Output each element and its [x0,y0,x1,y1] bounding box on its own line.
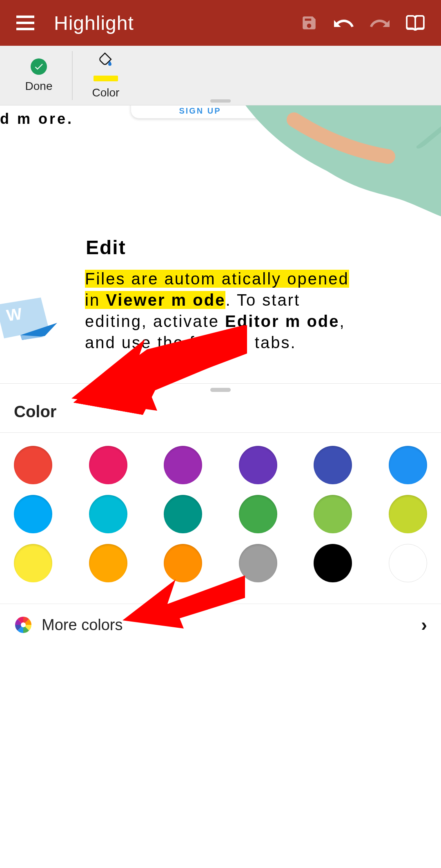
undo-icon[interactable] [334,16,354,30]
chevron-right-icon: › [421,615,427,635]
svg-rect-0 [16,16,34,18]
svg-point-10 [21,622,26,627]
color-wheel-icon [14,615,33,634]
color-swatch[interactable] [14,446,52,484]
color-swatch[interactable] [89,446,127,484]
color-swatch-grid [0,433,441,600]
color-swatch[interactable] [389,495,427,533]
done-button[interactable]: Done [12,46,65,105]
color-tool-button[interactable]: Color [79,46,132,105]
color-swatch[interactable] [314,544,352,582]
doc-fragment-text: d m ore. [0,110,74,128]
more-colors-label: More colors [42,616,421,634]
check-icon [31,58,47,75]
color-swatch[interactable] [314,495,352,533]
color-picker-sheet: Color [0,383,441,647]
sheet-title: Color [0,392,441,433]
current-color-swatch [94,76,118,81]
color-swatch[interactable] [14,495,52,533]
highlight-toolbar: Done Color [0,46,441,105]
color-swatch[interactable] [14,544,52,582]
sheet-drag-handle[interactable] [210,388,231,392]
color-swatch[interactable] [164,495,202,533]
app-bar: Highlight [0,0,441,46]
document-canvas[interactable]: d m ore. SIGN UP W Edit Files are autom … [0,105,441,383]
save-icon[interactable] [301,14,318,31]
more-colors-row[interactable]: More colors › [0,604,441,647]
color-swatch[interactable] [239,495,277,533]
person-illustration [245,105,441,224]
word-doc-illustration: W [0,298,57,342]
doc-heading-edit: Edit [86,236,126,259]
empty-space [0,647,441,868]
paint-bucket-icon [98,52,114,68]
svg-rect-2 [16,28,34,30]
doc-signup-label: SIGN UP [179,106,221,116]
color-swatch[interactable] [389,544,427,582]
color-swatch[interactable] [314,446,352,484]
svg-rect-1 [16,22,34,24]
read-mode-icon[interactable] [406,15,425,31]
color-swatch[interactable] [164,544,202,582]
color-swatch[interactable] [89,495,127,533]
screen-title: Highlight [54,12,301,34]
color-swatch[interactable] [164,446,202,484]
svg-text:W: W [5,304,23,324]
toolbar-divider [72,51,73,100]
redo-icon[interactable] [370,16,390,30]
color-swatch[interactable] [389,446,427,484]
color-tool-label: Color [92,86,120,99]
done-label: Done [25,80,53,93]
menu-icon[interactable] [16,16,34,30]
doc-body-text: Files are autom atically opened in Viewe… [85,268,359,353]
color-swatch[interactable] [239,544,277,582]
color-swatch[interactable] [239,446,277,484]
toolbar-drag-handle[interactable] [210,99,231,103]
color-swatch[interactable] [89,544,127,582]
